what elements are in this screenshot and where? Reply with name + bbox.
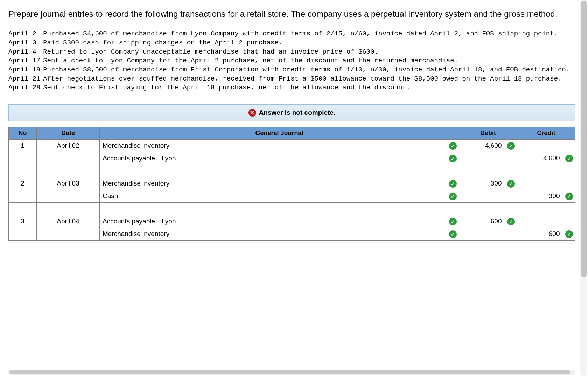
cell-date[interactable]: April 03 [37,177,100,190]
transaction-text: Purchased $8,500 of merchandise from Fri… [43,65,571,75]
status-banner-text: Answer is not complete. [259,109,336,117]
cell-debit[interactable]: 4,600 [459,139,504,152]
cell-no[interactable]: 1 [9,139,37,152]
cell-no[interactable] [9,165,37,177]
transaction-row: April 3Paid $300 cash for shipping charg… [8,39,571,48]
cell-credit[interactable] [517,177,562,190]
question-text: Prepare journal entries to record the fo… [8,8,575,20]
transaction-text: Sent a check to Lyon Company for the Apr… [43,56,571,65]
cell-debit-status: ✓ [504,177,517,190]
cell-credit-status: ✓ [562,152,575,165]
cell-account[interactable]: Cash [100,190,447,202]
vertical-scrollbar[interactable] [580,0,587,376]
cell-debit-status: ✓ [504,139,517,152]
transaction-row: April 21After negotiations over scuffed … [8,75,571,84]
cell-credit-status: ✓ [562,190,575,202]
transaction-text: After negotiations over scuffed merchand… [43,75,571,84]
cell-account[interactable]: Merchandise inventory [100,177,447,190]
cell-date[interactable] [37,202,100,215]
cell-debit-status [504,190,517,202]
journal-body: 1April 02Merchandise inventory✓4,600✓Acc… [9,139,575,240]
cell-date[interactable] [37,152,100,165]
check-icon: ✓ [507,218,515,225]
cell-account-status [446,202,459,215]
transaction-date: April 28 [8,83,43,92]
journal-row [9,165,575,177]
main-content: Prepare journal entries to record the fo… [8,8,575,241]
cell-date[interactable]: April 04 [37,215,100,228]
cell-debit[interactable] [459,228,504,240]
check-icon: ✓ [449,218,457,225]
cell-debit[interactable] [459,152,504,165]
transaction-row: April 4Returned to Lyon Company unaccept… [8,48,571,57]
cell-credit-status [562,177,575,190]
cell-no[interactable] [9,202,37,215]
cell-account[interactable]: Accounts payable—Lyon [100,152,447,165]
transaction-text: Purchased $4,600 of merchandise from Lyo… [43,29,571,39]
cell-account-status: ✓ [446,190,459,202]
cell-date[interactable]: April 02 [37,139,100,152]
journal-header-row: No Date General Journal Debit Credit [9,127,575,139]
cell-credit[interactable]: 600 [517,228,562,240]
cell-credit[interactable] [517,165,562,177]
cell-debit[interactable]: 300 [459,177,504,190]
journal-row: Accounts payable—Lyon✓4,600✓ [9,152,575,165]
transaction-date: April 2 [8,29,43,39]
vertical-scrollbar-thumb[interactable] [581,1,587,277]
horizontal-scrollbar[interactable] [8,370,575,375]
journal-row [9,202,575,215]
check-icon: ✓ [449,230,457,238]
cell-account[interactable]: Merchandise inventory [100,139,447,152]
cell-debit[interactable] [459,165,504,177]
check-icon: ✓ [449,155,457,162]
cell-date[interactable] [37,190,100,202]
cell-credit[interactable]: 4,600 [517,152,562,165]
cell-account-status: ✓ [446,228,459,240]
transaction-date: April 17 [8,56,43,65]
header-date: Date [37,127,100,139]
cell-date[interactable] [37,165,100,177]
cell-no[interactable]: 3 [9,215,37,228]
transaction-date: April 3 [8,39,43,48]
cell-credit-status [562,215,575,228]
transaction-text: Returned to Lyon Company unacceptable me… [43,48,571,57]
cell-credit[interactable] [517,202,562,215]
cell-credit-status [562,139,575,152]
transaction-row: April 2Purchased $4,600 of merchandise f… [8,29,571,39]
cell-no[interactable]: 2 [9,177,37,190]
check-icon: ✓ [507,180,515,188]
cell-debit[interactable]: 600 [459,215,504,228]
transaction-date: April 4 [8,48,43,57]
cell-account[interactable] [100,202,447,215]
journal-table: No Date General Journal Debit Credit 1Ap… [8,127,575,241]
transaction-date: April 18 [8,65,43,75]
cell-debit-status [504,228,517,240]
transaction-row: April 28Sent check to Frist paying for t… [8,83,571,92]
cell-account-status: ✓ [446,152,459,165]
cell-credit[interactable]: 300 [517,190,562,202]
cell-date[interactable] [37,228,100,240]
cell-debit-status [504,165,517,177]
cell-account[interactable] [100,165,447,177]
journal-row: 1April 02Merchandise inventory✓4,600✓ [9,139,575,152]
horizontal-scrollbar-thumb[interactable] [9,370,570,374]
cell-account[interactable]: Merchandise inventory [100,228,447,240]
cell-no[interactable] [9,190,37,202]
cell-account[interactable]: Accounts payable—Lyon [100,215,447,228]
cell-credit[interactable] [517,139,562,152]
cell-no[interactable] [9,228,37,240]
check-icon: ✓ [449,193,457,200]
status-banner: ✕ Answer is not complete. [8,104,575,121]
cell-credit[interactable] [517,215,562,228]
cell-debit[interactable] [459,190,504,202]
journal-row: 2April 03Merchandise inventory✓300✓ [9,177,575,190]
transaction-row: April 17Sent a check to Lyon Company for… [8,56,571,65]
cell-account-status: ✓ [446,139,459,152]
check-icon: ✓ [449,142,457,150]
header-general-journal: General Journal [100,127,459,139]
cell-debit[interactable] [459,202,504,215]
check-icon: ✓ [565,230,573,238]
cell-no[interactable] [9,152,37,165]
journal-row: Merchandise inventory✓600✓ [9,228,575,240]
transactions-list: April 2Purchased $4,600 of merchandise f… [8,29,571,92]
